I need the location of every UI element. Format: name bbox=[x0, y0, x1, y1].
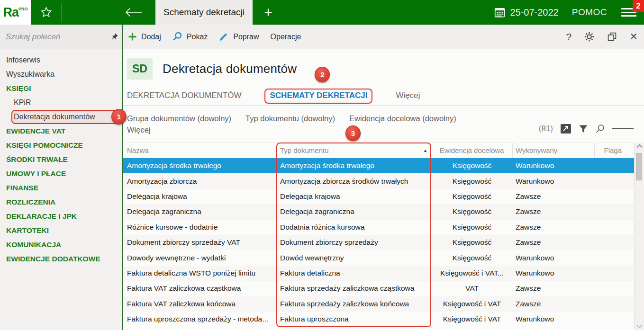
sidebar-item-kpir[interactable]: KPiR bbox=[0, 96, 122, 110]
column-header-nazwa[interactable]: Nazwa bbox=[123, 143, 276, 158]
filter-ewidencja-docelowa[interactable]: Ewidencja docelowa (dowolny) bbox=[349, 114, 456, 123]
sidebar-item-komunikacja[interactable]: KOMUNIKACJA bbox=[0, 238, 122, 252]
new-tab-button[interactable]: + bbox=[253, 0, 284, 25]
filter-funnel-icon[interactable] bbox=[579, 125, 588, 134]
sidebar-item-księgi-pomocnicze[interactable]: KSIĘGI POMOCNICZE bbox=[0, 138, 122, 152]
cell-wykonywany: Zawsze bbox=[513, 284, 595, 293]
notification-badge[interactable]: 2 bbox=[633, 0, 644, 12]
sidebar-item-label: Wyszukiwarka bbox=[6, 70, 54, 79]
scrollbar-thumb[interactable] bbox=[636, 153, 642, 180]
cell-typ-dokumentu: Amortyzacja środka trwałego bbox=[276, 161, 431, 170]
search-icon[interactable] bbox=[595, 124, 605, 134]
open-module-tab[interactable]: Schematy dekretacji bbox=[155, 0, 253, 25]
filter-more[interactable]: Więcej bbox=[127, 125, 151, 134]
cell-wykonywany: Zawsze bbox=[513, 192, 595, 201]
sidebar-item-deklaracje-i-jpk[interactable]: DEKLARACJE I JPK bbox=[0, 209, 122, 223]
sidebar-item-ewidencje-dodatkowe[interactable]: EWIDENCJE DODATKOWE bbox=[0, 252, 122, 266]
filter-typ-dokumentu[interactable]: Typ dokumentu (dowolny) bbox=[245, 114, 335, 123]
scroll-down-icon[interactable] bbox=[635, 324, 644, 329]
scroll-up-icon[interactable] bbox=[635, 144, 644, 148]
pin-icon[interactable] bbox=[110, 33, 118, 41]
table-row[interactable]: Faktura detaliczna WSTO poniżej limituFa… bbox=[123, 266, 634, 281]
schemes-table: NazwaTyp dokumentu▲Ewidencja docelowaWyk… bbox=[123, 143, 634, 327]
table-row[interactable]: Delegacja zagranicznaDelegacja zagranicz… bbox=[123, 204, 634, 219]
module-toolbar: Dodaj Pokaż Popraw Operacje ? bbox=[123, 25, 644, 49]
cell-ewidencja-docelowa: Księgowość bbox=[431, 177, 513, 186]
operations-menu[interactable]: Operacje bbox=[271, 33, 301, 41]
cell-wykonywany: Zawsze bbox=[513, 238, 595, 247]
sidebar-item-label: KOMUNIKACJA bbox=[6, 241, 61, 249]
plus-icon bbox=[128, 32, 137, 41]
table-row[interactable]: Różnice kursowe - dodatnieDodatnia różni… bbox=[123, 220, 634, 235]
favorites-star-icon[interactable] bbox=[31, 0, 61, 25]
list-options-icon[interactable] bbox=[612, 127, 634, 130]
cell-typ-dokumentu: Faktura uproszczona bbox=[276, 315, 431, 323]
tab-wiecej[interactable]: Więcej bbox=[396, 91, 420, 105]
export-icon[interactable] bbox=[560, 124, 571, 134]
cell-ewidencja-docelowa: Księgowość i VAT bbox=[431, 315, 513, 323]
filter-bar: Grupa dokumentów (dowolny) Typ dokumentu… bbox=[123, 113, 644, 135]
sidebar-item-ewidencje-vat[interactable]: EWIDENCJE VAT bbox=[0, 124, 122, 138]
table-row[interactable]: Faktura VAT zaliczkowa cząstkowaFaktura … bbox=[123, 281, 634, 296]
current-date: 25-07-2022 bbox=[510, 7, 558, 18]
show-button-label: Pokaż bbox=[187, 33, 208, 41]
column-header-label: Nazwa bbox=[127, 146, 149, 154]
cell-ewidencja-docelowa: Księgowość i VAT bbox=[431, 300, 513, 308]
command-search-input[interactable] bbox=[6, 32, 110, 42]
filter-grupa-dokumentow[interactable]: Grupa dokumentów (dowolny) bbox=[127, 114, 231, 123]
tab-dekretacja-dokumentow[interactable]: DEKRETACJA DOKUMENTÓW bbox=[127, 91, 241, 105]
table-row[interactable]: Amortyzacja zbiorczaAmortyzacja zbiorcza… bbox=[123, 173, 634, 188]
gear-icon[interactable] bbox=[584, 32, 594, 42]
back-button[interactable] bbox=[62, 0, 155, 25]
command-search-row bbox=[0, 25, 122, 49]
cell-wykonywany: Zawsze bbox=[513, 207, 595, 216]
table-row[interactable]: Delegacja krajowaDelegacja krajowaKsięgo… bbox=[123, 189, 634, 204]
sidebar-item-umowy-i-płace[interactable]: UMOWY I PŁACE bbox=[0, 167, 122, 181]
column-header-ewidencja-docelowa[interactable]: Ewidencja docelowa bbox=[431, 143, 513, 158]
cell-ewidencja-docelowa: VAT bbox=[431, 284, 513, 293]
column-header-typ-dokumentu[interactable]: Typ dokumentu▲ bbox=[276, 143, 431, 158]
sidebar-item-dekretacja-dokumentów[interactable]: Dekretacja dokumentów1 bbox=[0, 110, 122, 124]
sidebar-item-finanse[interactable]: FINANSE bbox=[0, 181, 122, 195]
table-row[interactable]: Dowody wewnętrzne - wydatkiDowód wewnętr… bbox=[123, 250, 634, 265]
vertical-scrollbar[interactable] bbox=[634, 143, 644, 330]
table-row[interactable]: Faktura VAT zaliczkowa końcowaFaktura sp… bbox=[123, 296, 634, 312]
column-header-wykonywany[interactable]: Wykonywany bbox=[513, 143, 595, 158]
sidebar-item-infoserwis[interactable]: Infoserwis bbox=[0, 53, 122, 67]
help-menu[interactable]: POMOC bbox=[572, 0, 607, 25]
cell-typ-dokumentu: Faktura sprzedaży zaliczkowa końcowa bbox=[276, 300, 431, 308]
topbar: RaPRO Schematy dekretacji + 25-07-202 bbox=[0, 0, 644, 25]
app-logo[interactable]: RaPRO bbox=[0, 0, 31, 25]
cell-nazwa: Różnice kursowe - dodatnie bbox=[123, 223, 276, 232]
cell-wykonywany: Warunkowo bbox=[513, 177, 595, 186]
sidebar-item-wyszukiwarka[interactable]: Wyszukiwarka bbox=[0, 67, 122, 81]
sidebar-item-rozliczenia[interactable]: ROZLICZENIA bbox=[0, 195, 122, 209]
table-row[interactable]: Faktura uproszczona sprzedaży - metoda..… bbox=[123, 312, 634, 327]
table-row[interactable]: Amortyzacja środka trwałegoAmortyzacja ś… bbox=[123, 158, 634, 173]
tab-schematy-dekretacji[interactable]: SCHEMATY DEKRETACJI 2 bbox=[270, 91, 367, 105]
restore-window-icon[interactable] bbox=[607, 32, 617, 42]
sort-asc-icon: ▲ bbox=[423, 148, 427, 153]
close-icon[interactable]: × bbox=[630, 29, 637, 44]
module-content: SD Dekretacja dokumentów DEKRETACJA DOKU… bbox=[123, 49, 644, 330]
show-button[interactable]: Pokaż bbox=[172, 32, 208, 42]
sidebar-item-księgi[interactable]: KSIĘGI bbox=[0, 81, 122, 96]
table-row[interactable]: Dokument zbiorczy sprzedaży VATDokument … bbox=[123, 235, 634, 250]
cell-wykonywany: Warunkowo bbox=[513, 315, 595, 323]
filter-links: Grupa dokumentów (dowolny) Typ dokumentu… bbox=[127, 113, 539, 135]
title-row: SD Dekretacja dokumentów bbox=[127, 57, 644, 80]
tab-schematy-dekretacji-label: SCHEMATY DEKRETACJI bbox=[270, 91, 367, 100]
column-header-flaga[interactable]: Flaga bbox=[595, 143, 634, 158]
sidebar-item-kartoteki[interactable]: KARTOTEKI bbox=[0, 223, 122, 238]
cell-ewidencja-docelowa: Księgowość bbox=[431, 192, 513, 201]
help-icon[interactable]: ? bbox=[566, 31, 572, 43]
edit-button[interactable]: Popraw bbox=[219, 32, 259, 42]
sidebar-item-środki-trwałe[interactable]: ŚRODKI TRWAŁE bbox=[0, 152, 122, 167]
operations-menu-label: Operacje bbox=[271, 33, 301, 41]
date-display[interactable]: 25-07-2022 bbox=[494, 0, 558, 25]
sidebar-item-label: UMOWY I PŁACE bbox=[6, 169, 66, 178]
column-header-label: Typ dokumentu bbox=[280, 146, 329, 154]
main-panel: Dodaj Pokaż Popraw Operacje ? bbox=[123, 25, 644, 330]
cell-wykonywany: Warunkowo bbox=[513, 269, 595, 277]
add-button[interactable]: Dodaj bbox=[128, 32, 161, 41]
